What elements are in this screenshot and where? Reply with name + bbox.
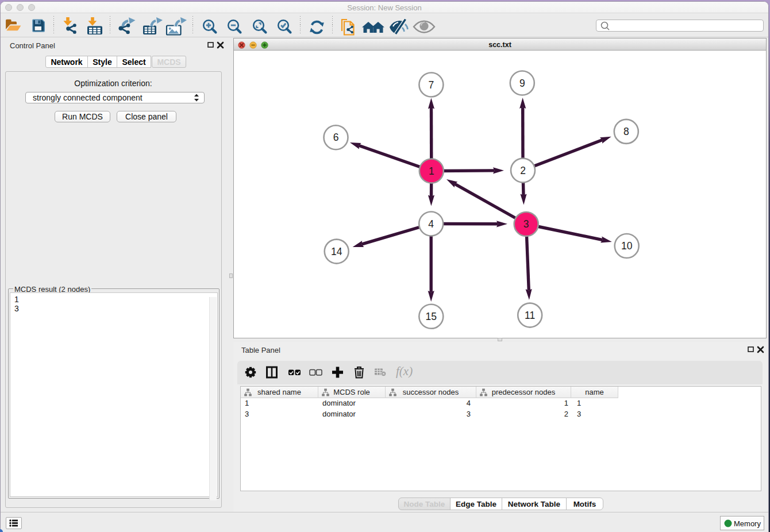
svg-text:10: 10 [621, 240, 633, 252]
svg-text:14: 14 [331, 246, 342, 257]
svg-text:7: 7 [429, 79, 434, 91]
svg-text:6: 6 [333, 132, 339, 143]
svg-text:11: 11 [525, 310, 535, 321]
svg-text:9: 9 [519, 78, 525, 89]
svg-text:1: 1 [429, 165, 434, 177]
svg-text:4: 4 [428, 218, 434, 230]
svg-text:3: 3 [523, 218, 529, 230]
svg-text:15: 15 [426, 311, 437, 322]
svg-text:8: 8 [623, 126, 629, 137]
svg-text:2: 2 [520, 165, 526, 176]
